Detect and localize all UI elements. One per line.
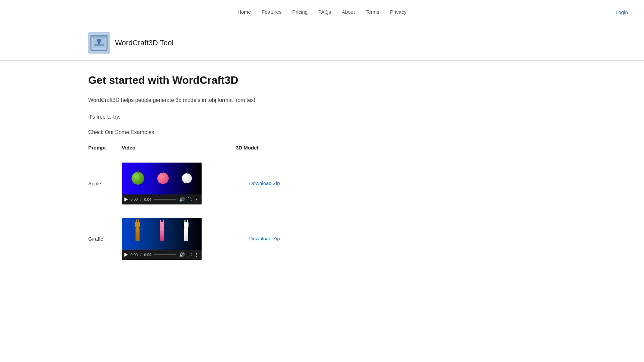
fullscreen-icon[interactable]: ⛶	[187, 197, 192, 202]
table-header: Prompt Video 3D Model	[88, 145, 556, 150]
apple-green-icon	[131, 172, 144, 185]
main-content: Get started with WordCraft3D WordCraft3D…	[0, 61, 644, 280]
giraffe-brown-icon	[132, 222, 143, 245]
row-video-giraffe: 0:00 / 0:04 🔊 ⛶ ⋮	[122, 218, 236, 260]
nav-link-terms[interactable]: Terms	[366, 9, 379, 15]
video-player-giraffe[interactable]: 0:00 / 0:04 🔊 ⛶ ⋮	[122, 218, 202, 260]
svg-rect-5	[98, 42, 100, 44]
giraffe-head	[135, 222, 140, 227]
nav-link-home[interactable]: Home	[237, 9, 251, 15]
progress-bar-giraffe[interactable]	[154, 254, 176, 255]
video-controls-giraffe: 0:00 / 0:04 🔊 ⛶ ⋮	[122, 250, 202, 260]
video-controls-apple: 0:00 / 0:04 🔊 ⛶ ⋮	[122, 194, 202, 204]
col-header-video: Video	[122, 145, 236, 150]
more-options-icon-giraffe[interactable]: ⋮	[194, 252, 199, 257]
more-options-icon[interactable]: ⋮	[194, 197, 199, 202]
svg-rect-3	[94, 44, 104, 46]
main-nav: Home Features Pricing FAQs About Terms P…	[0, 0, 644, 24]
examples-table: Prompt Video 3D Model Apple 0:00 /	[88, 145, 556, 266]
download-zip-giraffe[interactable]: Download Zip	[249, 236, 280, 241]
video-scene-apple	[122, 163, 202, 194]
giraffe-white-icon	[181, 222, 191, 245]
video-scene-giraffe	[122, 218, 202, 250]
apple-pink-icon	[157, 173, 169, 184]
giraffe-neck	[136, 227, 140, 241]
row-download-giraffe: Download Zip	[236, 236, 280, 242]
free-text: It's free to try.	[88, 114, 556, 120]
nav-link-about[interactable]: About	[342, 9, 355, 15]
volume-icon[interactable]: 🔊	[179, 197, 185, 202]
col-header-prompt: Prompt	[88, 145, 122, 150]
row-prompt-giraffe: Giraffe	[88, 236, 122, 242]
giraffe-neck-pink	[160, 228, 164, 241]
fullscreen-icon-giraffe[interactable]: ⛶	[187, 252, 192, 257]
login-link[interactable]: Login	[615, 9, 628, 15]
apple-white-icon	[182, 173, 192, 183]
brand-title: WordCraft3D Tool	[115, 39, 173, 47]
nav-link-pricing[interactable]: Pricing	[292, 9, 308, 15]
video-time-apple: 0:00	[130, 197, 138, 201]
video-time-giraffe: 0:00	[130, 253, 138, 257]
row-video-apple: 0:00 / 0:04 🔊 ⛶ ⋮	[122, 163, 236, 204]
play-button[interactable]	[124, 197, 128, 201]
brand-header: WordCraft3D Tool	[0, 24, 644, 61]
row-prompt-apple: Apple	[88, 181, 122, 186]
video-duration-apple: 0:04	[144, 197, 151, 201]
table-row: Giraffe	[88, 211, 556, 266]
video-separator-giraffe: /	[140, 253, 141, 257]
col-header-model: 3D Model	[236, 145, 258, 150]
giraffe-head-white	[184, 222, 189, 228]
volume-icon-giraffe[interactable]: 🔊	[179, 252, 185, 257]
video-duration-giraffe: 0:04	[144, 253, 151, 257]
download-zip-apple[interactable]: Download Zip	[249, 180, 280, 186]
examples-label: Check Out Some Examples:	[88, 129, 556, 135]
video-separator: /	[140, 197, 141, 201]
description-text: WordCraft3D helps people generate 3d mod…	[88, 96, 556, 105]
nav-link-faqs[interactable]: FAQs	[318, 9, 331, 15]
giraffe-neck-white	[184, 228, 188, 241]
nav-links: Home Features Pricing FAQs About Terms P…	[237, 9, 407, 15]
progress-bar[interactable]	[154, 199, 176, 200]
play-button-giraffe[interactable]	[124, 253, 128, 257]
page-heading: Get started with WordCraft3D	[88, 74, 556, 86]
svg-rect-6	[92, 36, 106, 38]
video-player-apple[interactable]: 0:00 / 0:04 🔊 ⛶ ⋮	[122, 163, 202, 204]
brand-logo	[88, 32, 110, 54]
nav-link-features[interactable]: Features	[262, 9, 281, 15]
nav-link-privacy[interactable]: Privacy	[390, 9, 407, 15]
giraffe-pink-icon	[157, 222, 167, 245]
giraffe-head-pink	[160, 222, 164, 228]
row-download-apple: Download Zip	[236, 180, 280, 186]
table-row: Apple 0:00 / 0:04	[88, 156, 556, 211]
